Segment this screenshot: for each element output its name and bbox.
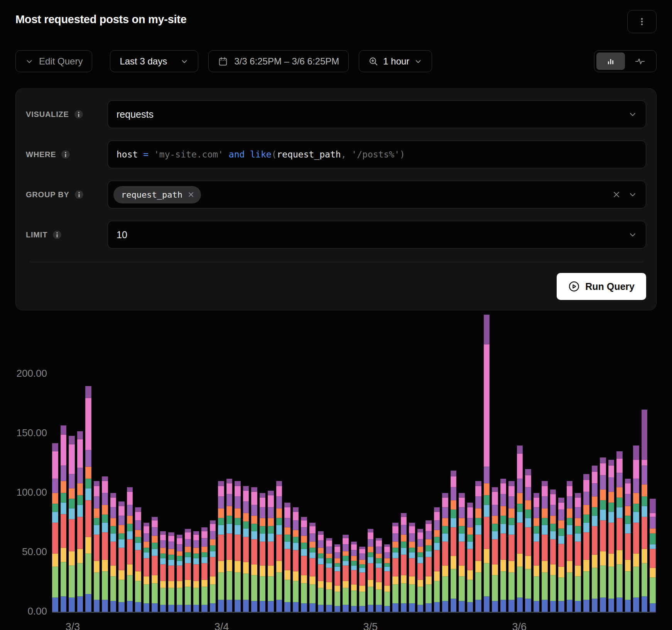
run-query-button[interactable]: Run Query: [557, 273, 646, 300]
stacked-bar-13[interactable]: [160, 531, 166, 612]
info-icon[interactable]: [74, 109, 84, 119]
stacked-bar-20[interactable]: [218, 481, 224, 612]
stacked-bar-6[interactable]: [102, 476, 108, 612]
stacked-bar-8[interactable]: [118, 501, 125, 612]
stacked-bar-47[interactable]: [442, 493, 448, 612]
stacked-bar-27[interactable]: [276, 481, 282, 612]
stacked-bar-58[interactable]: [534, 493, 540, 612]
stacked-bar-25[interactable]: [260, 493, 266, 612]
stacked-bar-51[interactable]: [475, 481, 481, 612]
more-options-button[interactable]: [627, 10, 657, 33]
stacked-bar-2[interactable]: [69, 436, 75, 612]
stacked-bar-14[interactable]: [168, 532, 174, 612]
clear-icon[interactable]: [612, 190, 621, 199]
stacked-bar-56[interactable]: [517, 445, 523, 612]
stacked-bar-40[interactable]: [384, 544, 390, 612]
plot-area: [52, 313, 656, 612]
stacked-bar-33[interactable]: [326, 538, 332, 612]
stacked-bar-68[interactable]: [616, 451, 623, 612]
stacked-bar-12[interactable]: [152, 517, 158, 612]
stacked-bar-4[interactable]: [85, 386, 91, 612]
stacked-bar-29[interactable]: [293, 507, 299, 612]
stacked-bar-11[interactable]: [144, 523, 150, 612]
stacked-bar-9[interactable]: [127, 487, 133, 612]
stacked-bar-34[interactable]: [334, 544, 341, 612]
stacked-bar-65[interactable]: [592, 466, 598, 612]
stacked-bar-69[interactable]: [625, 479, 631, 612]
stacked-bar-24[interactable]: [251, 487, 257, 612]
segment-series-9: [201, 531, 208, 538]
stacked-bar-7[interactable]: [110, 493, 117, 612]
stacked-bar-3[interactable]: [77, 431, 83, 612]
stacked-bar-5[interactable]: [94, 481, 100, 612]
stacked-bar-36[interactable]: [351, 542, 357, 612]
limit-select[interactable]: 10: [108, 221, 646, 249]
stacked-bar-53[interactable]: [492, 487, 498, 612]
where-input[interactable]: host = 'my-site.com' and like(request_pa…: [108, 141, 646, 168]
stacked-bar-70[interactable]: [633, 445, 639, 612]
stacked-bar-55[interactable]: [508, 481, 515, 612]
stacked-bar-59[interactable]: [542, 481, 548, 612]
stacked-bar-10[interactable]: [135, 507, 141, 612]
stacked-bar-15[interactable]: [177, 535, 183, 612]
stacked-bar-64[interactable]: [583, 474, 589, 612]
time-range-button[interactable]: Last 3 days: [110, 50, 198, 72]
stacked-bar-38[interactable]: [368, 529, 374, 612]
info-icon[interactable]: [61, 149, 71, 159]
segment-series-8: [409, 533, 415, 542]
date-range-button[interactable]: 3/3 6:25PM – 3/6 6:25PM: [208, 50, 349, 72]
stacked-bar-43[interactable]: [409, 523, 415, 612]
stacked-bar-48[interactable]: [451, 471, 457, 612]
stacked-bar-42[interactable]: [401, 513, 407, 612]
stacked-bar-54[interactable]: [500, 479, 507, 612]
stacked-bar-23[interactable]: [243, 486, 249, 612]
segment-series-1: [492, 601, 498, 612]
stacked-bar-50[interactable]: [467, 503, 473, 612]
stacked-bar-72[interactable]: [650, 499, 656, 612]
segment-series-6: [534, 526, 540, 533]
info-icon[interactable]: [52, 230, 62, 240]
stacked-bar-66[interactable]: [600, 457, 606, 612]
stacked-bar-31[interactable]: [309, 523, 316, 612]
info-icon[interactable]: [74, 190, 84, 200]
group-by-chip[interactable]: request_path: [113, 186, 201, 203]
edit-query-button[interactable]: Edit Query: [15, 50, 92, 72]
segment-series-2: [500, 571, 507, 600]
stacked-bar-18[interactable]: [201, 527, 208, 612]
stacked-bar-22[interactable]: [235, 481, 241, 612]
stacked-bar-19[interactable]: [210, 520, 216, 612]
stacked-bar-46[interactable]: [434, 507, 440, 612]
stacked-bar-21[interactable]: [226, 479, 233, 612]
stacked-bar-32[interactable]: [318, 531, 324, 612]
stacked-bar-60[interactable]: [550, 489, 556, 612]
bar-chart-toggle[interactable]: [596, 52, 625, 70]
visualize-select[interactable]: requests: [108, 100, 646, 128]
stacked-bar-0[interactable]: [52, 443, 58, 612]
stacked-bar-17[interactable]: [193, 531, 199, 612]
group-by-select[interactable]: request_path: [108, 181, 646, 208]
stacked-bar-16[interactable]: [185, 529, 191, 612]
segment-series-7: [69, 488, 75, 499]
stacked-bar-67[interactable]: [608, 460, 615, 612]
segment-series-8: [85, 450, 91, 467]
stacked-bar-62[interactable]: [567, 481, 573, 612]
stacked-bar-71[interactable]: [642, 410, 648, 612]
stacked-bar-49[interactable]: [459, 493, 465, 612]
stacked-bar-28[interactable]: [284, 503, 290, 612]
stacked-bar-44[interactable]: [417, 529, 424, 612]
stacked-bar-39[interactable]: [376, 538, 382, 612]
stacked-bar-26[interactable]: [268, 491, 274, 612]
stacked-bar-41[interactable]: [392, 523, 398, 612]
stacked-bar-35[interactable]: [343, 535, 349, 612]
stacked-bar-30[interactable]: [301, 517, 307, 612]
stacked-bar-63[interactable]: [575, 493, 581, 612]
stacked-bar-37[interactable]: [359, 547, 365, 612]
line-chart-toggle[interactable]: [626, 52, 654, 70]
stacked-bar-52[interactable]: [484, 315, 490, 612]
stacked-bar-45[interactable]: [425, 520, 432, 612]
remove-chip-icon[interactable]: [187, 191, 195, 198]
stacked-bar-57[interactable]: [525, 469, 531, 612]
interval-button[interactable]: 1 hour: [359, 50, 432, 72]
stacked-bar-1[interactable]: [61, 425, 67, 612]
stacked-bar-61[interactable]: [558, 498, 564, 612]
